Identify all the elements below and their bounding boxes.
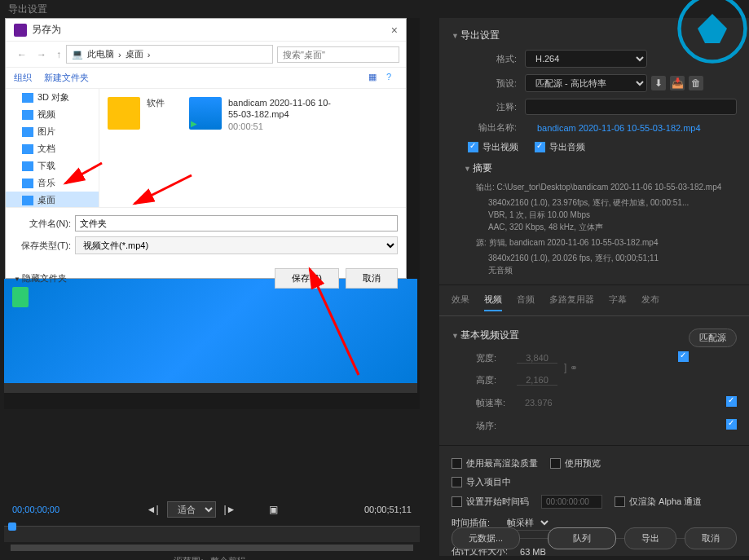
out-timecode[interactable]: 00;00;51;11 [364,505,412,514]
filename-label: 文件名(N): [14,218,71,230]
order-lock-checkbox[interactable] [726,419,737,430]
link-dimensions-icon[interactable]: ] ⚭ [564,362,578,373]
timeline-ruler[interactable] [4,526,420,542]
filetype-select[interactable]: 视频文件(*.mp4) [75,236,398,254]
next-frame-icon[interactable]: |► [224,504,236,515]
tab-字幕[interactable]: 字幕 [609,293,627,311]
sidebar-item[interactable]: 文档 [6,140,99,157]
watermark-logo [676,0,749,74]
premiere-icon [14,24,27,37]
sidebar-item[interactable]: 3D 对象 [6,89,99,106]
import-project-checkbox[interactable]: 导入项目中 [452,476,511,488]
metadata-button[interactable]: 元数据... [452,527,520,549]
tab-视频[interactable]: 视频 [484,293,502,311]
folder-item[interactable]: 软件 [108,97,165,199]
preset-select[interactable]: 匹配源 - 高比特率 [525,74,647,92]
filetype-label: 保存类型(T): [14,240,71,252]
tab-发布[interactable]: 发布 [641,293,659,311]
nav-back-icon[interactable]: ← [12,47,32,62]
source-range-select[interactable]: 整个剪辑 [206,556,250,560]
use-preview-checkbox[interactable]: 使用预览 [550,457,601,470]
comments-input[interactable] [525,99,737,115]
close-icon[interactable]: × [391,24,398,37]
crop-icon[interactable]: ▣ [269,504,278,515]
comments-label: 注释: [476,101,517,113]
sidebar-item[interactable]: 桌面 [6,192,99,207]
video-preview [4,279,417,393]
breadcrumb-item[interactable]: 此电脑 [87,48,114,60]
zoom-fit-select[interactable]: 适合 [167,501,216,518]
queue-button[interactable]: 队列 [548,527,616,549]
sidebar-item[interactable]: 下载 [6,157,99,174]
breadcrumb[interactable]: 💻 此电脑 › 桌面 › [66,45,273,64]
output-name-label: 输出名称: [476,121,517,134]
height-label: 高度: [476,374,517,386]
sidebar-item[interactable]: 图片 [6,123,99,140]
export-audio-checkbox[interactable]: 导出音频 [535,141,585,153]
tab-音频[interactable]: 音频 [517,293,535,311]
summary-source-details: 3840x2160 (1.0), 20.026 fps, 逐行, 00;00;5… [488,250,737,278]
view-icon[interactable]: ▦ [368,72,380,83]
window-title: 导出设置 [0,0,749,18]
in-timecode[interactable]: 00;00;00;00 [12,505,59,514]
source-range-label: 源范围: [174,556,203,560]
fps-lock-checkbox[interactable] [726,396,737,407]
export-button[interactable]: 导出 [624,527,676,549]
video-file-item[interactable]: bandicam 2020-11-06 10-55-03-182.mp4 00:… [189,97,342,199]
height-input[interactable] [517,375,557,386]
fps-value[interactable]: 23.976 [525,398,553,408]
save-button[interactable]: 保存(S) [275,268,339,289]
folder-sidebar: 3D 对象视频图片文档下载音乐桌面 [6,89,99,207]
sidebar-item[interactable]: 音乐 [6,174,99,192]
nav-up-icon[interactable]: ↑ [51,47,66,62]
file-list: 软件 bandicam 2020-11-06 10-55-03-182.mp4 … [99,89,406,207]
sidebar-item[interactable]: 视频 [6,106,99,123]
tab-效果[interactable]: 效果 [452,293,469,311]
fps-label: 帧速率: [476,397,517,409]
alpha-only-checkbox[interactable]: 仅渲染 Alpha 通道 [615,496,702,508]
width-label: 宽度: [476,352,517,364]
cancel-button[interactable]: 取消 [346,268,398,289]
width-input[interactable] [517,353,557,364]
format-label: 格式: [476,53,517,65]
match-source-button[interactable]: 匹配源 [689,329,737,347]
summary-output: 输出: C:\User_tor\Desktop\bandicam 2020-11… [476,179,737,195]
start-timecode-input[interactable] [541,495,602,509]
prev-frame-icon[interactable]: ◄| [147,504,159,515]
help-icon[interactable]: ? [386,72,398,83]
start-timecode-checkbox[interactable]: 设置开始时间码 [452,496,529,508]
cancel-export-button[interactable]: 取消 [685,527,737,549]
nav-forward-icon[interactable]: → [32,47,51,62]
summary-source: 源: 剪辑, bandicam 2020-11-06 10-55-03-182.… [476,235,737,250]
summary-header[interactable]: 摘要 [464,157,737,179]
organize-button[interactable]: 组织 [14,72,32,84]
playhead[interactable] [8,523,16,531]
timeline: 00;00;00;00 ◄| 适合 |► ▣ 00;00;51;11 源范围: … [4,497,420,560]
range-bar[interactable] [11,545,414,551]
save-preset-icon[interactable]: ⬇ [651,76,666,90]
settings-tabs: 效果视频音频多路复用器字幕发布 [439,285,749,316]
max-quality-checkbox[interactable]: 使用最高渲染质量 [452,457,538,470]
import-preset-icon[interactable]: 📥 [670,76,685,90]
search-input[interactable] [277,46,399,63]
filename-input[interactable] [75,215,398,231]
dialog-title: 另存为 [32,23,61,37]
hide-folders-toggle[interactable]: 隐藏文件夹 [14,272,67,284]
export-settings-panel: 导出设置 格式: H.264 预设: 匹配源 - 高比特率 ⬇ 📥 🗑 注释: … [439,18,749,556]
breadcrumb-item[interactable]: 桌面 [126,48,143,60]
pc-icon: 💻 [72,49,83,60]
save-as-dialog: 另存为 × ← → ↑ 💻 此电脑 › 桌面 › 组织 新建文件夹 ▦ ? 3D… [5,18,407,279]
delete-preset-icon[interactable]: 🗑 [689,76,703,90]
video-settings-header[interactable]: 基本视频设置 匹配源 [452,324,737,346]
tab-多路复用器[interactable]: 多路复用器 [549,293,594,311]
output-name-link[interactable]: bandicam 2020-11-06 10-55-03-182.mp4 [537,123,701,133]
preset-label: 预设: [476,77,517,90]
field-order-label: 场序: [476,420,517,432]
export-video-checkbox[interactable]: 导出视频 [468,141,518,153]
summary-output-details: 3840x2160 (1.0), 23.976fps, 逐行, 硬件加速, 00… [488,195,737,235]
new-folder-button[interactable]: 新建文件夹 [44,72,89,84]
format-select[interactable]: H.264 [525,50,647,68]
width-lock-checkbox[interactable] [678,351,689,362]
